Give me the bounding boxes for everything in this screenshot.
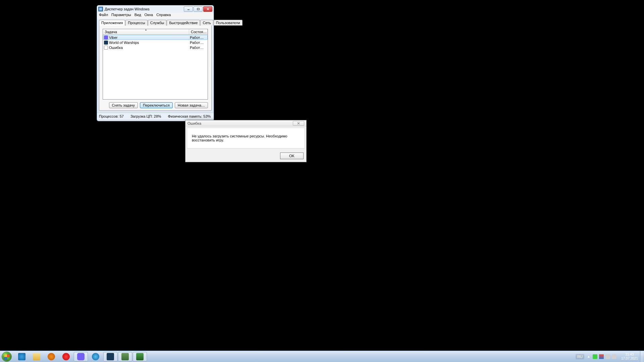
taskbar-item-viber[interactable]: [74, 352, 88, 361]
error-footer: OK: [185, 150, 306, 162]
windows-logo-icon: [2, 352, 12, 362]
column-task[interactable]: Задача ▲: [103, 29, 189, 35]
taskbar-item-resource-monitor[interactable]: [133, 352, 147, 361]
close-button[interactable]: [203, 6, 212, 12]
error-titlebar[interactable]: Ошибка: [185, 120, 306, 126]
tab-strip: Приложения Процессы Службы Быстродействи…: [99, 19, 212, 25]
maximize-button[interactable]: [194, 6, 203, 12]
taskbar-item-maps[interactable]: [89, 352, 103, 361]
viber-icon: [77, 353, 85, 360]
wows-icon: [107, 353, 114, 360]
taskbar-clock[interactable]: 21:43 17.07.2021: [619, 353, 640, 361]
taskbar-item-taskmgr[interactable]: [118, 352, 132, 361]
menu-help[interactable]: Справка: [156, 13, 171, 19]
window-title: Диспетчер задач Windows: [105, 7, 184, 11]
svg-rect-1: [197, 8, 199, 10]
minimize-button[interactable]: [184, 6, 193, 12]
tab-services[interactable]: Службы: [148, 20, 167, 25]
task-state: Работ…: [190, 46, 207, 50]
wmp-icon: [48, 353, 55, 360]
new-task-button[interactable]: Новая задача…: [175, 102, 208, 108]
task-list: Задача ▲ Состоя… Viber Работ… World of W…: [103, 29, 208, 100]
list-item[interactable]: Viber Работ…: [103, 35, 208, 40]
menu-file[interactable]: Файл: [99, 13, 108, 19]
list-body: Viber Работ… World of Warships Работ… Ош…: [103, 35, 208, 50]
switch-to-button[interactable]: Переключиться: [140, 102, 173, 108]
taskmgr-icon: [121, 353, 129, 360]
error-message: Не удалось загрузить системные ресурсы. …: [187, 128, 305, 148]
taskmgr-icon: [98, 7, 103, 11]
task-name: Ошибка: [109, 46, 190, 50]
taskbar-item-wows[interactable]: [103, 352, 117, 361]
taskbar-item-opera[interactable]: [59, 352, 73, 361]
wows-icon: [104, 41, 108, 45]
status-bar: Процессов: 57 Загрузка ЦП: 28% Физическа…: [97, 113, 214, 119]
ie-icon: [18, 353, 25, 360]
tray-icons: ▲: [586, 354, 616, 359]
window-icon: [104, 46, 108, 50]
error-title: Ошибка: [187, 121, 293, 125]
tray-status-icon[interactable]: [593, 354, 597, 359]
menu-windows[interactable]: Окна: [145, 13, 153, 19]
language-indicator[interactable]: RU: [576, 354, 584, 359]
map-icon: [92, 353, 99, 360]
folder-icon: [33, 353, 40, 360]
start-button[interactable]: [0, 351, 13, 362]
resource-monitor-icon: [136, 353, 144, 360]
list-header: Задача ▲ Состоя…: [103, 29, 208, 35]
task-name: Viber: [109, 36, 190, 40]
show-desktop-button[interactable]: [640, 351, 643, 362]
taskbar-item-wmp[interactable]: [44, 352, 58, 361]
menu-options[interactable]: Параметры: [111, 13, 131, 19]
titlebar[interactable]: Диспетчер задач Windows: [97, 5, 214, 13]
tab-applications[interactable]: Приложения: [99, 20, 125, 25]
tray-overflow-button[interactable]: ▲: [586, 354, 591, 359]
taskbar-item-ie[interactable]: [15, 352, 29, 361]
error-ok-button[interactable]: OK: [280, 153, 304, 159]
status-cpu: Загрузка ЦП: 28%: [130, 114, 161, 118]
network-icon[interactable]: [605, 354, 610, 359]
menubar: Файл Параметры Вид Окна Справка: [97, 13, 214, 19]
tab-panel: Задача ▲ Состоя… Viber Работ… World of W…: [99, 25, 212, 111]
taskbar-item-explorer[interactable]: [30, 352, 44, 361]
status-memory: Физическая память: 53%: [168, 114, 211, 118]
clock-date: 17.07.2021: [621, 357, 638, 361]
task-manager-window: Диспетчер задач Windows Файл Параметры В…: [97, 5, 214, 121]
error-dialog: Ошибка Не удалось загрузить системные ре…: [185, 120, 307, 162]
error-close-button[interactable]: [293, 121, 304, 126]
system-tray: RU ▲ 21:43 17.07.2021: [576, 351, 644, 362]
status-processes: Процессов: 57: [99, 114, 124, 118]
menu-view[interactable]: Вид: [135, 13, 141, 19]
list-item[interactable]: World of Warships Работ…: [103, 40, 208, 45]
tab-users[interactable]: Пользователи: [214, 20, 243, 25]
task-state: Работ…: [190, 41, 207, 45]
tab-processes[interactable]: Процессы: [125, 20, 147, 25]
taskbar-items: [15, 351, 147, 362]
opera-icon: [62, 353, 70, 360]
tab-network[interactable]: Сеть: [200, 20, 213, 25]
volume-icon[interactable]: [612, 354, 616, 359]
task-name: World of Warships: [109, 41, 190, 45]
task-state: Работ…: [190, 36, 207, 40]
list-item[interactable]: Ошибка Работ…: [103, 45, 208, 50]
column-task-label: Задача: [105, 30, 117, 34]
viber-icon: [104, 36, 108, 40]
button-row: Снять задачу Переключиться Новая задача…: [103, 102, 208, 108]
clock-time: 21:43: [621, 353, 638, 357]
sort-indicator-icon: ▲: [145, 29, 147, 31]
column-state[interactable]: Состоя…: [189, 29, 208, 35]
end-task-button[interactable]: Снять задачу: [109, 102, 138, 108]
tab-performance[interactable]: Быстродействие: [167, 20, 200, 25]
taskbar: RU ▲ 21:43 17.07.2021: [0, 351, 644, 362]
action-center-icon[interactable]: [599, 354, 604, 359]
